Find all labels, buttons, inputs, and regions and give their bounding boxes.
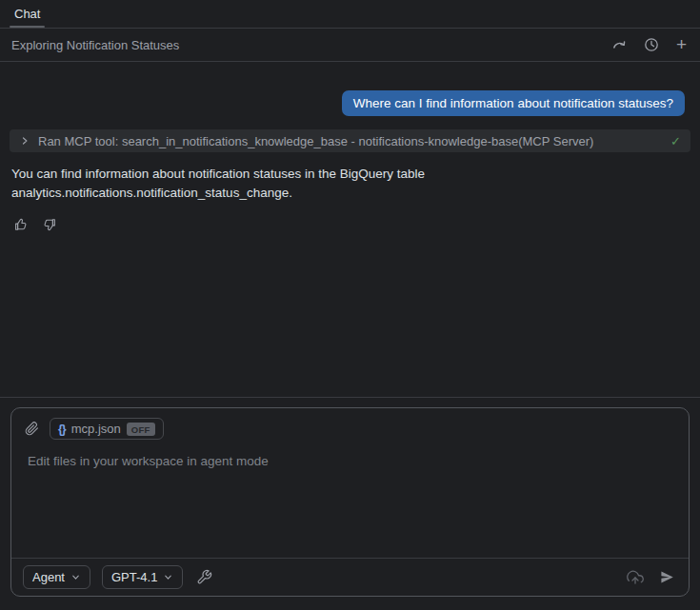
ai-chat-panel: Chat Exploring Notification Statuses + <box>0 0 700 610</box>
mcp-json-chip[interactable]: {} mcp.json OFF <box>50 418 164 440</box>
tab-bar: Chat <box>0 0 700 29</box>
chevron-down-icon <box>70 572 81 582</box>
braces-icon: {} <box>58 423 66 436</box>
chat-header: Exploring Notification Statuses + <box>0 29 700 62</box>
user-message: Where can I find information about notif… <box>342 90 685 116</box>
attachments-row: {} mcp.json OFF <box>11 408 689 442</box>
tab-chat-label: Chat <box>14 7 40 21</box>
message-composer: {} mcp.json OFF Agent GPT-4.1 <box>10 407 690 597</box>
header-actions: + <box>610 35 689 54</box>
success-check-icon: ✓ <box>670 134 681 148</box>
tools-button[interactable] <box>194 567 214 587</box>
mode-selector-value: Agent <box>32 570 65 584</box>
cloud-upload-icon <box>627 569 644 586</box>
tools-icon <box>196 569 212 585</box>
assistant-message-line: analytics.notifications.notification_sta… <box>11 184 690 203</box>
thumbs-down-icon <box>42 217 57 232</box>
send-button[interactable] <box>657 567 677 587</box>
mcp-toggle-off[interactable]: OFF <box>127 423 155 436</box>
restore-chat-button[interactable] <box>610 35 629 54</box>
new-chat-button[interactable]: + <box>674 36 689 53</box>
chat-title: Exploring Notification Statuses <box>11 38 179 52</box>
curved-arrow-icon <box>611 37 627 52</box>
user-message-row: Where can I find information about notif… <box>10 90 685 116</box>
paperclip-icon <box>25 422 39 436</box>
message-input[interactable] <box>11 442 689 558</box>
composer-controls: Agent GPT-4.1 <box>11 558 689 596</box>
composer-section: {} mcp.json OFF Agent GPT-4.1 <box>0 397 700 610</box>
cloud-upload-button[interactable] <box>625 567 646 588</box>
chevron-right-icon <box>19 135 30 147</box>
feedback-buttons <box>10 215 690 234</box>
model-selector-value: GPT-4.1 <box>111 570 157 584</box>
conversation: Where can I find information about notif… <box>0 62 700 397</box>
thumbs-up-button[interactable] <box>11 215 30 234</box>
assistant-message-line: You can find information about notificat… <box>11 165 690 184</box>
send-icon <box>659 569 675 585</box>
model-selector[interactable]: GPT-4.1 <box>102 565 183 589</box>
attach-file-button[interactable] <box>23 420 41 438</box>
mode-selector[interactable]: Agent <box>23 565 90 589</box>
plus-icon: + <box>676 38 687 51</box>
tool-call-label: Ran MCP tool: search_in_notifications_kn… <box>38 134 593 148</box>
tab-chat[interactable]: Chat <box>6 0 49 28</box>
thumbs-up-icon <box>13 217 29 232</box>
thumbs-down-button[interactable] <box>40 215 59 234</box>
history-button[interactable] <box>642 35 661 54</box>
tool-call-row[interactable]: Ran MCP tool: search_in_notifications_kn… <box>10 129 690 152</box>
clock-icon <box>644 37 659 52</box>
assistant-message: You can find information about notificat… <box>10 165 690 204</box>
mcp-json-label: mcp.json <box>71 422 121 436</box>
chevron-down-icon <box>163 572 173 582</box>
